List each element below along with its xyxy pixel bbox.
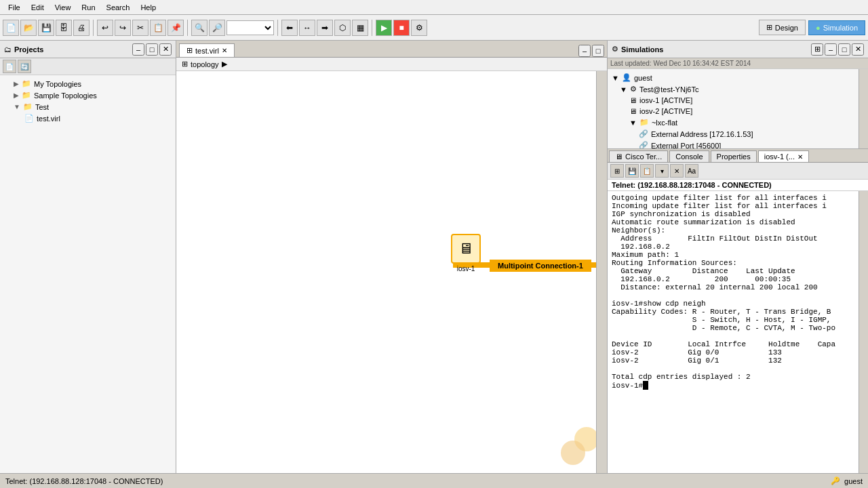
term-btn-1[interactable]: ⊞	[610, 164, 624, 178]
tab-console[interactable]: Console	[669, 150, 709, 162]
breadcrumb-icon: ⊞	[182, 60, 188, 68]
ext-port-icon: 🔗	[639, 141, 648, 148]
sim-maximize-button[interactable]: □	[838, 43, 850, 56]
sim-tree-lxc-label: ~lxc-flat	[652, 119, 677, 127]
connection-label[interactable]: Multipoint Connection-1	[490, 260, 591, 272]
virl-tab-label: test.virl	[195, 47, 219, 55]
menu-file[interactable]: File	[3, 2, 26, 13]
zoom-in-button[interactable]: 🔍	[191, 20, 208, 36]
simulation-label: Simulation	[823, 24, 858, 32]
simulation-mode-button[interactable]: ● Simulation	[808, 20, 865, 35]
redo-button[interactable]: ↪	[115, 20, 131, 36]
save-button[interactable]: 💾	[38, 20, 54, 36]
open-button[interactable]: 📂	[20, 20, 37, 36]
terminal-content[interactable]: Outgoing update filter list for all inte…	[608, 191, 859, 477]
sim-tree-ext-port-label: External Port [45600]	[651, 142, 721, 149]
ext-addr-icon: 🔗	[639, 129, 648, 138]
folder-icon-my-topologies: 📁	[22, 79, 31, 88]
refresh-button[interactable]: 🔄	[18, 60, 31, 73]
virl-tab-close[interactable]: ✕	[222, 47, 227, 54]
iosv1-sim-icon: 🖥	[629, 96, 637, 104]
new-project-button[interactable]: 📄	[3, 60, 16, 73]
sim-tree-iosv1[interactable]: 🖥 iosv-1 [ACTIVE]	[610, 95, 856, 106]
arrange-button[interactable]: ▦	[352, 20, 368, 36]
print-button[interactable]: 🖨	[73, 20, 90, 36]
router-icon-iosv1: 🖥	[451, 234, 481, 264]
terminal-scroll-wrap: Outgoing update filter list for all inte…	[608, 191, 868, 477]
term-btn-scroll[interactable]: ▾	[655, 164, 669, 178]
toolbar-separator-1	[93, 20, 94, 36]
sim-scrollbar[interactable]	[859, 69, 868, 148]
projects-maximize-button[interactable]: □	[146, 43, 158, 56]
toolbar-separator-2	[187, 20, 188, 36]
align-center-button[interactable]: ↔	[299, 20, 315, 36]
sim-tree-test-label: Test@test-YNj6Tc	[639, 85, 699, 94]
sim-tree-ext-addr[interactable]: 🔗 External Address [172.16.1.53]	[610, 128, 856, 140]
design-label: Design	[775, 24, 798, 32]
align-left-button[interactable]: ⬅	[281, 20, 298, 36]
new-file-button[interactable]: 📄	[3, 20, 19, 36]
tab-test-virl[interactable]: ⊞ test.virl ✕	[179, 43, 235, 57]
design-mode-button[interactable]: ⊞ Design	[759, 20, 806, 35]
menu-run[interactable]: Run	[76, 2, 100, 13]
canvas-scrollbar-right[interactable]	[596, 71, 607, 488]
cut-button[interactable]: ✂	[132, 20, 149, 36]
zoom-combo[interactable]	[226, 20, 274, 35]
projects-panel-header: 🗂 Projects – □ ✕	[0, 41, 176, 58]
stop-button[interactable]: ■	[393, 20, 410, 36]
projects-close-button[interactable]: ✕	[159, 43, 172, 56]
term-btn-font[interactable]: Aa	[685, 164, 698, 178]
play-button[interactable]: ▶	[376, 20, 392, 36]
term-btn-stop[interactable]: ✕	[670, 164, 684, 178]
menu-help[interactable]: Help	[135, 2, 161, 13]
sim-panel-controls: ⊞ – □ ✕	[811, 43, 864, 56]
sim-tree-test-session[interactable]: ▼ ⚙ Test@test-YNj6Tc	[610, 83, 856, 95]
save-as-button[interactable]: 🗄	[56, 20, 72, 36]
menu-bar: File Edit View Run Search Help	[0, 0, 868, 15]
sim-tree-lxc-flat[interactable]: ▼ 📁 ~lxc-flat	[610, 117, 856, 128]
menu-edit[interactable]: Edit	[26, 2, 50, 13]
simulations-icon: ⚙	[612, 45, 618, 54]
topology-canvas[interactable]: 🖥 iosv-1 🖥 iosv-2 Multipoint Connection-…	[176, 71, 607, 488]
term-btn-3[interactable]: 📋	[640, 164, 654, 178]
menu-view[interactable]: View	[50, 2, 77, 13]
settings-button[interactable]: ⚙	[411, 20, 427, 36]
projects-toolbar: 📄 🔄	[0, 58, 176, 75]
telnet-status-bar: Telnet: (192.168.88.128:17048 - CONNECTE…	[608, 180, 868, 191]
paste-button[interactable]: 📌	[167, 20, 184, 36]
tree-item-sample-topologies[interactable]: ▶ 📁 Sample Topologies	[3, 89, 173, 101]
simulation-icon: ●	[816, 24, 821, 32]
term-btn-2[interactable]: 💾	[625, 164, 639, 178]
menu-search[interactable]: Search	[101, 2, 136, 13]
tree-item-test[interactable]: ▼ 📁 Test	[3, 101, 173, 113]
sim-tree-guest[interactable]: ▼ 👤 guest	[610, 72, 856, 83]
sim-close-button[interactable]: ✕	[852, 43, 864, 56]
sim-tree-iosv2[interactable]: 🖥 iosv-2 [ACTIVE]	[610, 106, 856, 117]
tab-iosv1-terminal[interactable]: iosv-1 (... ✕	[758, 150, 809, 162]
tab-cisco-terminal[interactable]: 🖥 Cisco Ter...	[609, 150, 668, 162]
sim-icon-btn-1[interactable]: ⊞	[811, 43, 823, 56]
center-minimize-button[interactable]: –	[578, 45, 591, 57]
copy-button[interactable]: 📋	[150, 20, 166, 36]
decorative-circles	[559, 426, 600, 468]
sim-tree-ext-port[interactable]: 🔗 External Port [45600]	[610, 140, 856, 148]
expand-lxc: ▼	[629, 119, 637, 127]
projects-minimize-button[interactable]: –	[132, 43, 144, 56]
router-node-iosv1[interactable]: 🖥 iosv-1	[451, 234, 481, 272]
align-right-button[interactable]: ➡	[317, 20, 333, 36]
terminal-scrollbar[interactable]	[859, 191, 868, 477]
sim-tree-guest-label: guest	[634, 74, 652, 82]
distribute-button[interactable]: ⬡	[334, 20, 351, 36]
tree-item-my-topologies[interactable]: ▶ 📁 My Topologies	[3, 78, 173, 89]
undo-button[interactable]: ↩	[97, 20, 113, 36]
terminal-tabs: 🖥 Cisco Ter... Console Properties iosv-1…	[608, 149, 868, 163]
cisco-tab-icon: 🖥	[615, 152, 623, 161]
terminal-tab-close[interactable]: ✕	[797, 153, 803, 161]
tab-properties[interactable]: Properties	[711, 150, 757, 162]
tree-label-test: Test	[35, 103, 49, 111]
sim-minimize-button[interactable]: –	[825, 43, 837, 56]
zoom-out-button[interactable]: 🔎	[209, 20, 225, 36]
simulations-panel: ⚙ Simulations ⊞ – □ ✕ Last updated: Wed …	[608, 41, 868, 149]
center-maximize-button[interactable]: □	[592, 45, 604, 57]
tree-item-test-virl[interactable]: 📄 test.virl	[3, 113, 173, 124]
